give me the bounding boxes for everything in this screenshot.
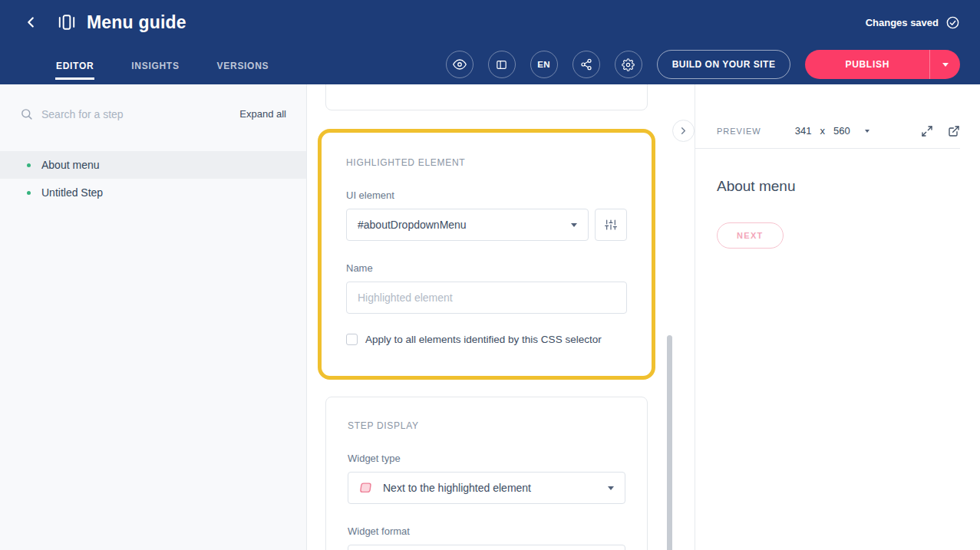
expand-all-link[interactable]: Expand all <box>239 108 286 120</box>
preview-eye-button[interactable] <box>446 51 474 78</box>
highlighted-element-card: HIGHLIGHTED ELEMENT UI element #aboutDro… <box>325 136 648 373</box>
search-icon <box>20 107 33 120</box>
section-title: HIGHLIGHTED ELEMENT <box>346 157 627 168</box>
publish-dropdown-button[interactable] <box>929 50 960 79</box>
size-separator: x <box>820 125 825 137</box>
workspace: Expand all About menu Untitled Step HIGH… <box>0 84 980 550</box>
layout-button[interactable] <box>488 51 516 78</box>
widget-type-value: Next to the highlighted element <box>383 482 531 494</box>
tab-editor[interactable]: EDITOR <box>55 50 94 80</box>
preview-panel: PREVIEW 341 x 560 About menu NEXT <box>695 84 980 550</box>
settings-button[interactable] <box>615 51 642 78</box>
sidebar-step-about-menu[interactable]: About menu <box>0 151 306 179</box>
chevron-down-icon <box>571 223 577 227</box>
sidebar-search-row: Expand all <box>0 84 306 136</box>
apply-all-label: Apply to all elements identified by this… <box>365 334 602 345</box>
step-label: About menu <box>41 159 100 171</box>
preview-body: About menu NEXT <box>695 149 980 278</box>
publish-button-group: PUBLISH <box>805 50 960 79</box>
maximize-icon <box>921 125 933 137</box>
element-selector-settings-button[interactable] <box>595 209 627 241</box>
preview-height-value: 560 <box>833 125 850 137</box>
sliders-icon <box>605 219 617 231</box>
layout-icon <box>495 58 508 71</box>
preview-step-title: About menu <box>717 178 959 195</box>
guide-logo-icon <box>57 12 77 32</box>
changes-saved-status: Changes saved <box>866 15 960 30</box>
widget-format-label: Widget format <box>348 525 625 537</box>
step-label: Untitled Step <box>41 186 103 199</box>
apply-all-checkbox[interactable] <box>346 334 358 345</box>
element-name-input[interactable] <box>346 282 627 314</box>
widget-type-select[interactable]: Next to the highlighted element <box>348 472 625 504</box>
collapse-panel-button[interactable] <box>672 120 695 142</box>
check-circle-icon <box>945 15 960 30</box>
previous-settings-card <box>325 84 648 110</box>
tab-insights[interactable]: INSIGHTS <box>130 50 180 80</box>
sidebar-step-untitled[interactable]: Untitled Step <box>0 179 306 206</box>
section-title: STEP DISPLAY <box>348 420 625 431</box>
step-search-input[interactable] <box>41 108 231 120</box>
chevron-right-icon <box>678 125 689 137</box>
language-button[interactable]: EN <box>530 51 558 78</box>
share-icon <box>580 58 592 71</box>
editor-tabs: EDITOR INSIGHTS VERSIONS <box>55 44 269 84</box>
chevron-down-icon <box>865 130 869 133</box>
build-on-your-site-button[interactable]: BUILD ON YOUR SITE <box>657 50 791 79</box>
highlighted-element-ring: HIGHLIGHTED ELEMENT UI element #aboutDro… <box>318 129 655 380</box>
apply-all-checkbox-row[interactable]: Apply to all elements identified by this… <box>346 334 627 345</box>
gear-icon <box>622 58 635 71</box>
open-external-button[interactable] <box>948 125 960 137</box>
editor-pane: HIGHLIGHTED ELEMENT UI element #aboutDro… <box>307 84 695 550</box>
editor-scrollbar[interactable] <box>667 335 672 550</box>
step-settings-column: HIGHLIGHTED ELEMENT UI element #aboutDro… <box>325 84 648 550</box>
preview-size-select[interactable]: 341 x 560 <box>795 125 869 137</box>
preview-title: PREVIEW <box>717 127 761 136</box>
ui-element-label: UI element <box>346 189 627 201</box>
back-button[interactable] <box>20 12 41 33</box>
page-title: Menu guide <box>87 12 186 33</box>
external-link-icon <box>948 125 960 137</box>
topbar: Menu guide Changes saved EDITOR INSIGHTS… <box>0 0 980 84</box>
eye-icon <box>453 58 467 71</box>
widget-tooltip-icon <box>359 481 373 495</box>
fullscreen-button[interactable] <box>921 125 933 137</box>
publish-button[interactable]: PUBLISH <box>805 50 929 79</box>
chevron-down-icon <box>608 486 614 490</box>
widget-type-label: Widget type <box>348 453 625 464</box>
step-dot-icon <box>27 191 31 195</box>
chevron-left-icon <box>22 14 39 31</box>
preview-header: PREVIEW 341 x 560 <box>695 114 960 149</box>
ui-element-select[interactable]: #aboutDropdownMenu <box>346 209 589 241</box>
step-list: About menu Untitled Step <box>0 151 306 206</box>
preview-width-value: 341 <box>795 125 812 137</box>
ui-element-value: #aboutDropdownMenu <box>358 219 467 231</box>
step-dot-icon <box>27 163 31 167</box>
chevron-down-icon <box>942 63 949 67</box>
widget-format-select[interactable] <box>348 545 625 550</box>
share-button[interactable] <box>572 51 600 78</box>
step-display-card: STEP DISPLAY Widget type Next to the hig… <box>325 397 648 550</box>
topbar-actions: EN BUILD ON YOUR SITE PUBLISH <box>446 50 960 79</box>
changes-saved-label: Changes saved <box>866 17 939 28</box>
name-label: Name <box>346 262 627 274</box>
preview-next-button[interactable]: NEXT <box>717 222 784 249</box>
tab-versions[interactable]: VERSIONS <box>216 50 270 80</box>
steps-sidebar: Expand all About menu Untitled Step <box>0 84 307 550</box>
